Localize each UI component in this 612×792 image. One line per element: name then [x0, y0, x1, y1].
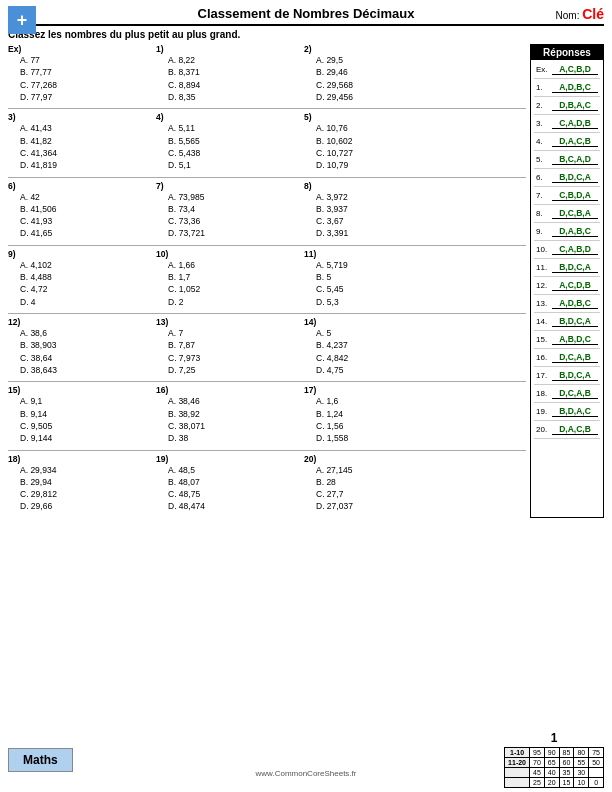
header: + Classement de Nombres Décimaux Nom: Cl…: [8, 6, 604, 26]
answer-value-14: B,D,C,A: [552, 316, 598, 327]
logo-plus: +: [17, 11, 28, 29]
row-group-1: Ex) A. 77 B. 77,77 C. 77,268 D. 77,97 1)…: [8, 44, 526, 103]
row-group-2: 3) A. 41,43 B. 41,82 C. 41,364 D. 41,819…: [8, 112, 526, 171]
prob-18: 18) A. 29,934 B. 29,94 C. 29,812 D. 29,6…: [8, 454, 156, 513]
answer-label-12: 12.: [536, 281, 552, 290]
score-table: 1-10 95 90 85 80 75 11-20 70 65 60 55 50: [504, 747, 604, 788]
answer-value-17: B,D,C,A: [552, 370, 598, 381]
answer-label-1: 1.: [536, 83, 552, 92]
answer-value-19: B,D,A,C: [552, 406, 598, 417]
answer-label-ex: Ex.: [536, 65, 552, 74]
answer-row-6: 6. B,D,C,A: [534, 169, 600, 187]
answer-label-20: 20.: [536, 425, 552, 434]
answer-row-16: 16. D,C,A,B: [534, 349, 600, 367]
answer-value-ex: A,C,B,D: [552, 64, 598, 75]
footer: Maths www.CommonCoreSheets.fr 1 1-10 95 …: [0, 731, 612, 788]
answers-list: Ex. A,C,B,D 1. A,D,B,C 2. D,B,A,C 3. C,A…: [531, 60, 603, 440]
answer-label-3: 3.: [536, 119, 552, 128]
answer-row-8: 8. D,C,B,A: [534, 205, 600, 223]
answer-value-7: C,B,D,A: [552, 190, 598, 201]
answer-row-19: 19. B,D,A,C: [534, 403, 600, 421]
answer-value-10: C,A,B,D: [552, 244, 598, 255]
answer-row-3: 3. C,A,D,B: [534, 115, 600, 133]
answer-label-7: 7.: [536, 191, 552, 200]
answer-value-4: D,A,C,B: [552, 136, 598, 147]
logo: +: [8, 6, 36, 34]
prob-9: 9) A. 4,102 B. 4,488 C. 4,72 D. 4: [8, 249, 156, 308]
prob-11: 11) A. 5,719 B. 5 C. 5,45 D. 5,3: [304, 249, 452, 308]
answer-row-9: 9. D,A,B,C: [534, 223, 600, 241]
answers-area: Réponses Ex. A,C,B,D 1. A,D,B,C 2. D,B,A…: [530, 44, 604, 518]
answer-row-18: 18. D,C,A,B: [534, 385, 600, 403]
answer-label-18: 18.: [536, 389, 552, 398]
answer-label-10: 10.: [536, 245, 552, 254]
answer-row-20: 20. D,A,C,B: [534, 421, 600, 439]
answer-row-7: 7. C,B,D,A: [534, 187, 600, 205]
problems-area: Ex) A. 77 B. 77,77 C. 77,268 D. 77,97 1)…: [8, 44, 526, 518]
answer-label-17: 17.: [536, 371, 552, 380]
prob-20: 20) A. 27,145 B. 28 C. 27,7 D. 27,037: [304, 454, 452, 513]
prob-16: 16) A. 38,46 B. 38,92 C. 38,071 D. 38: [156, 385, 304, 444]
page-number: 1: [551, 731, 558, 745]
answer-label-9: 9.: [536, 227, 552, 236]
answer-row-10: 10. C,A,B,D: [534, 241, 600, 259]
answer-value-12: A,C,D,B: [552, 280, 598, 291]
nom-area: Nom: Clé: [556, 6, 604, 22]
row-group-4: 9) A. 4,102 B. 4,488 C. 4,72 D. 4 10) A.…: [8, 249, 526, 308]
answer-row-2: 2. D,B,A,C: [534, 97, 600, 115]
prob-15: 15) A. 9,1 B. 9,14 C. 9,505 D. 9,144: [8, 385, 156, 444]
prob-2: 2) A. 29,5 B. 29,46 C. 29,568 D. 29,456: [304, 44, 452, 103]
answer-label-5: 5.: [536, 155, 552, 164]
page-title: Classement de Nombres Décimaux: [198, 6, 415, 21]
prob-1: 1) A. 8,22 B. 8,371 C. 8,894 D. 8,35: [156, 44, 304, 103]
maths-label: Maths: [8, 748, 73, 772]
main-content: Ex) A. 77 B. 77,77 C. 77,268 D. 77,97 1)…: [8, 44, 604, 518]
answers-header: Réponses: [531, 45, 603, 60]
answer-value-8: D,C,B,A: [552, 208, 598, 219]
prob-7: 7) A. 73,985 B. 73,4 C. 73,36 D. 73,721: [156, 181, 304, 240]
prob-4: 4) A. 5,11 B. 5,565 C. 5,438 D. 5,1: [156, 112, 304, 171]
instruction: Classez les nombres du plus petit au plu…: [8, 29, 604, 40]
answer-label-16: 16.: [536, 353, 552, 362]
prob-3: 3) A. 41,43 B. 41,82 C. 41,364 D. 41,819: [8, 112, 156, 171]
row-group-5: 12) A. 38,6 B. 38,903 C. 38,64 D. 38,643…: [8, 317, 526, 376]
prob-19: 19) A. 48,5 B. 48,07 C. 48,75 D. 48,474: [156, 454, 304, 513]
answer-label-19: 19.: [536, 407, 552, 416]
prob-13: 13) A. 7 B. 7,87 C. 7,973 D. 7,25: [156, 317, 304, 376]
answer-value-9: D,A,B,C: [552, 226, 598, 237]
cle-label: Clé: [582, 6, 604, 22]
answer-value-13: A,D,B,C: [552, 298, 598, 309]
answer-row-15: 15. A,B,D,C: [534, 331, 600, 349]
prob-5: 5) A. 10,76 B. 10,602 C. 10,727 D. 10,79: [304, 112, 452, 171]
answer-label-15: 15.: [536, 335, 552, 344]
footer-url: www.CommonCoreSheets.fr: [256, 769, 357, 778]
answer-value-18: D,C,A,B: [552, 388, 598, 399]
answer-row-12: 12. A,C,D,B: [534, 277, 600, 295]
answer-value-1: A,D,B,C: [552, 82, 598, 93]
answer-row-17: 17. B,D,C,A: [534, 367, 600, 385]
answer-value-11: B,D,C,A: [552, 262, 598, 273]
answer-row-4: 4. D,A,C,B: [534, 133, 600, 151]
prob-14: 14) A. 5 B. 4,237 C. 4,842 D. 4,75: [304, 317, 452, 376]
answer-row-1: 1. A,D,B,C: [534, 79, 600, 97]
answer-row-ex: Ex. A,C,B,D: [534, 61, 600, 79]
answer-value-16: D,C,A,B: [552, 352, 598, 363]
row-group-3: 6) A. 42 B. 41,506 C. 41,93 D. 41,65 7) …: [8, 181, 526, 240]
page: + Classement de Nombres Décimaux Nom: Cl…: [0, 0, 612, 792]
answer-label-11: 11.: [536, 263, 552, 272]
nom-label: Nom:: [556, 10, 580, 21]
answer-value-20: D,A,C,B: [552, 424, 598, 435]
answer-row-14: 14. B,D,C,A: [534, 313, 600, 331]
answer-row-13: 13. A,D,B,C: [534, 295, 600, 313]
prob-ex: Ex) A. 77 B. 77,77 C. 77,268 D. 77,97: [8, 44, 156, 103]
prob-17: 17) A. 1,6 B. 1,24 C. 1,56 D. 1,558: [304, 385, 452, 444]
row-group-7: 18) A. 29,934 B. 29,94 C. 29,812 D. 29,6…: [8, 454, 526, 513]
row-group-6: 15) A. 9,1 B. 9,14 C. 9,505 D. 9,144 16)…: [8, 385, 526, 444]
answer-label-2: 2.: [536, 101, 552, 110]
answer-label-4: 4.: [536, 137, 552, 146]
answer-label-13: 13.: [536, 299, 552, 308]
answer-row-11: 11. B,D,C,A: [534, 259, 600, 277]
answer-value-2: D,B,A,C: [552, 100, 598, 111]
answer-value-6: B,D,C,A: [552, 172, 598, 183]
prob-8: 8) A. 3,972 B. 3,937 C. 3,67 D. 3,391: [304, 181, 452, 240]
